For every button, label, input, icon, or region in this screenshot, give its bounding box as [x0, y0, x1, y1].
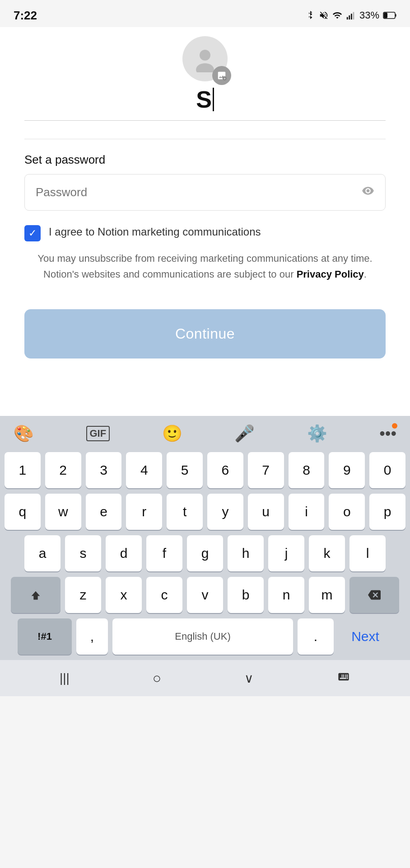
svg-point-8 [196, 63, 214, 72]
key-9[interactable]: 9 [329, 452, 365, 488]
key-a[interactable]: a [24, 535, 61, 571]
key-3[interactable]: 3 [86, 452, 122, 488]
sticker-button[interactable]: 🎨 [14, 424, 34, 443]
gif-icon: GIF [86, 426, 110, 441]
key-d[interactable]: d [106, 535, 142, 571]
emoji-button[interactable]: 🙂 [162, 424, 182, 443]
next-key[interactable]: Next [338, 618, 392, 655]
key-l[interactable]: l [349, 535, 386, 571]
continue-button[interactable]: Continue [24, 309, 386, 359]
key-x[interactable]: x [106, 577, 142, 613]
avatar-silhouette [191, 45, 219, 72]
bottom-row: !#1 , English (UK) . Next [0, 616, 410, 660]
checkbox-label: I agree to Notion marketing communicatio… [49, 224, 261, 240]
key-g[interactable]: g [187, 535, 223, 571]
key-y[interactable]: y [207, 494, 243, 530]
key-4[interactable]: 4 [126, 452, 162, 488]
key-5[interactable]: 5 [167, 452, 203, 488]
shift-icon [29, 589, 42, 601]
period-key[interactable]: . [298, 618, 334, 655]
key-i[interactable]: i [289, 494, 325, 530]
mic-button[interactable]: 🎤 [234, 424, 255, 443]
more-button[interactable]: ••• [379, 424, 396, 443]
key-8[interactable]: 8 [289, 452, 325, 488]
language-label: English (UK) [175, 631, 230, 642]
main-content: + S Set a password ✓ I agree to Notion m… [0, 27, 410, 416]
key-b[interactable]: b [228, 577, 264, 613]
status-icons: 33% [305, 9, 396, 21]
gif-button[interactable]: GIF [86, 426, 110, 441]
marketing-checkbox[interactable]: ✓ [24, 225, 41, 241]
status-time: 7:22 [14, 9, 37, 23]
divider [24, 139, 386, 139]
key-w[interactable]: w [45, 494, 81, 530]
svg-rect-1 [349, 15, 350, 19]
avatar-edit-button[interactable]: + [212, 66, 231, 85]
emoji-icon: 🙂 [162, 424, 182, 443]
key-s[interactable]: s [65, 535, 101, 571]
key-n[interactable]: n [268, 577, 304, 613]
home-button[interactable]: ○ [153, 670, 161, 687]
key-z[interactable]: z [65, 577, 101, 613]
marketing-text: You may unsubscribe from receiving marke… [24, 250, 386, 282]
password-input[interactable] [36, 185, 362, 199]
key-0[interactable]: 0 [369, 452, 405, 488]
key-o[interactable]: o [329, 494, 365, 530]
checkbox-section: ✓ I agree to Notion marketing communicat… [24, 224, 386, 241]
zxcv-row: z x c v b n m [0, 574, 410, 616]
key-2[interactable]: 2 [45, 452, 81, 488]
key-u[interactable]: u [248, 494, 284, 530]
settings-icon: ⚙️ [307, 424, 327, 443]
shift-key[interactable] [11, 577, 61, 613]
key-c[interactable]: c [146, 577, 182, 613]
spacebar[interactable]: English (UK) [112, 618, 293, 655]
checkmark-icon: ✓ [28, 228, 37, 238]
backspace-key[interactable] [349, 577, 399, 613]
battery-icon [383, 12, 396, 19]
key-p[interactable]: p [369, 494, 405, 530]
back-button[interactable]: ||| [60, 671, 70, 685]
key-r[interactable]: r [126, 494, 162, 530]
avatar-section: + S [24, 27, 386, 134]
add-photo-icon: + [217, 71, 227, 80]
key-1[interactable]: 1 [5, 452, 41, 488]
key-e[interactable]: e [86, 494, 122, 530]
key-6[interactable]: 6 [207, 452, 243, 488]
keyboard: 🎨 GIF 🙂 🎤 ⚙️ ••• 1 2 3 4 5 6 7 8 9 0 q [0, 416, 410, 660]
key-t[interactable]: t [167, 494, 203, 530]
bluetooth-icon [305, 10, 315, 20]
comma-key[interactable]: , [76, 618, 108, 655]
backspace-icon [368, 589, 381, 601]
symbols-key[interactable]: !#1 [18, 618, 72, 655]
number-row: 1 2 3 4 5 6 7 8 9 0 [0, 449, 410, 491]
svg-rect-6 [384, 13, 387, 18]
svg-rect-0 [347, 17, 348, 19]
key-h[interactable]: h [228, 535, 264, 571]
key-j[interactable]: j [268, 535, 304, 571]
asdf-row: a s d f g h j k l [0, 533, 410, 574]
name-display[interactable]: S [24, 81, 386, 121]
svg-rect-2 [351, 14, 352, 19]
key-7[interactable]: 7 [248, 452, 284, 488]
key-k[interactable]: k [309, 535, 345, 571]
nav-bar: ||| ○ ∨ [0, 660, 410, 696]
key-f[interactable]: f [146, 535, 182, 571]
eye-icon[interactable] [362, 184, 374, 200]
mic-icon: 🎤 [234, 424, 255, 443]
key-m[interactable]: m [309, 577, 345, 613]
name-text: S [196, 86, 212, 113]
wifi-icon [332, 10, 342, 20]
key-v[interactable]: v [187, 577, 223, 613]
keyboard-button[interactable] [337, 670, 350, 686]
text-cursor [213, 88, 214, 111]
qwerty-row: q w e r t y u i o p [0, 491, 410, 533]
privacy-policy-link[interactable]: Privacy Policy [297, 269, 364, 280]
signal-icon [346, 10, 356, 20]
password-field-wrapper[interactable] [24, 174, 386, 211]
key-q[interactable]: q [5, 494, 41, 530]
next-label: Next [351, 629, 379, 644]
keyboard-icon [337, 670, 350, 683]
settings-button[interactable]: ⚙️ [307, 424, 327, 443]
svg-rect-5 [396, 14, 396, 17]
recents-button[interactable]: ∨ [244, 671, 254, 686]
